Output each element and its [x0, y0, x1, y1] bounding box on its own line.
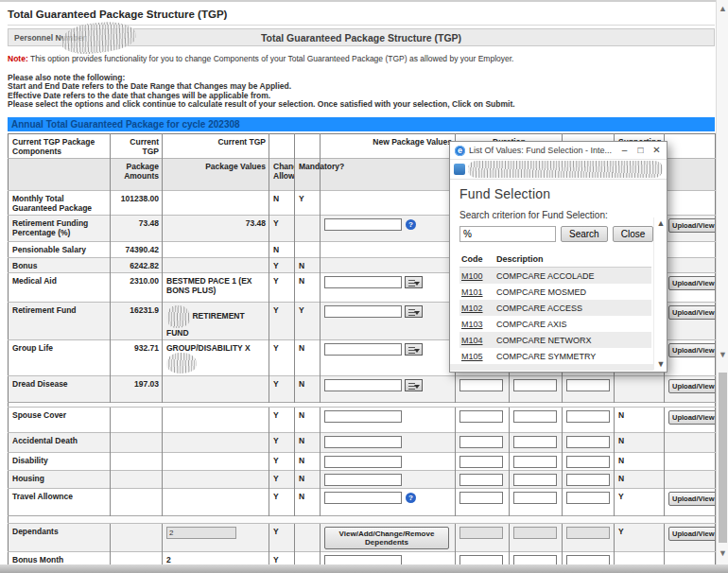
duration-date-input[interactable]: [513, 492, 557, 504]
mandatory-flag: N: [299, 276, 304, 286]
duration-date-input[interactable]: [513, 474, 557, 486]
new-package-value-input[interactable]: [324, 474, 402, 486]
value-list-picker-icon[interactable]: [405, 276, 423, 288]
mandatory-flag: N: [299, 492, 304, 501]
duration-date-input[interactable]: [459, 492, 503, 504]
popup-close-button[interactable]: Close: [613, 226, 654, 242]
popup-title-bar[interactable]: e List Of Values: Fund Selection - Inte.…: [450, 142, 667, 160]
duration-date-input[interactable]: [459, 410, 503, 423]
upload-view-button[interactable]: Upload/View: [668, 218, 716, 233]
duration-date-input[interactable]: [513, 410, 557, 423]
mandatory-flag: N: [299, 379, 304, 389]
duration-date-input[interactable]: [459, 474, 503, 486]
upload-view-button[interactable]: Upload/View: [668, 305, 716, 320]
duration-date-input[interactable]: [566, 436, 610, 448]
duration-date-input[interactable]: [513, 436, 557, 448]
popup-scrollbar[interactable]: ▲ ▼: [653, 217, 667, 370]
new-package-value-input[interactable]: [324, 492, 402, 504]
upload-view-button[interactable]: Upload/View: [668, 343, 716, 357]
dependants-manage-button[interactable]: View/Add/Change/Remove Dependents: [324, 527, 449, 549]
fund-selection-heading: Fund Selection: [459, 186, 651, 201]
new-package-value-input[interactable]: [324, 218, 402, 231]
new-package-value-input[interactable]: [324, 456, 402, 468]
close-icon[interactable]: ✕: [649, 142, 665, 159]
fund-search-input[interactable]: [459, 226, 556, 242]
duration-date-input[interactable]: [566, 527, 610, 539]
fund-selection-popup: e List Of Values: Fund Selection - Inte.…: [449, 141, 667, 373]
upload-view-button[interactable]: Upload/View: [668, 410, 716, 425]
scroll-down-icon[interactable]: ▼: [717, 548, 728, 558]
fund-code-link[interactable]: M104: [461, 336, 483, 345]
header-new-package-values: New Package Values: [321, 133, 456, 158]
table-row: DisabilityYNN: [9, 452, 716, 470]
duration-date-input[interactable]: [566, 492, 610, 504]
package-amount: 73.48: [139, 218, 159, 228]
changes-allowed-flag: Y: [273, 261, 279, 270]
package-amount: 6242.82: [130, 261, 159, 270]
new-package-value-input[interactable]: [324, 343, 402, 356]
help-icon[interactable]: ?: [406, 493, 416, 503]
component-name: Dread Disease: [12, 379, 68, 389]
header-package-values: Package Values: [163, 158, 269, 190]
fund-code-link[interactable]: M102: [461, 304, 483, 313]
duration-date-input[interactable]: [459, 456, 503, 468]
changes-allowed-flag: N: [273, 194, 279, 203]
maximize-icon[interactable]: □: [633, 142, 649, 159]
changes-allowed-flag: Y: [273, 492, 279, 501]
fund-code-link[interactable]: M103: [461, 320, 483, 329]
new-package-value-input[interactable]: [324, 410, 402, 423]
upload-view-button[interactable]: Upload/View: [668, 492, 716, 506]
fund-description: COMPCARE ACCESS: [496, 304, 582, 313]
fund-code-link[interactable]: M105: [461, 352, 483, 361]
new-package-value-input[interactable]: [324, 305, 402, 318]
scroll-mid-down-icon[interactable]: ▼: [717, 350, 728, 359]
value-list-picker-icon[interactable]: [405, 343, 423, 356]
duration-date-input[interactable]: [513, 527, 557, 539]
fund-code-link[interactable]: M100: [461, 271, 483, 281]
fund-description: COMPCARE AXIS: [496, 320, 567, 329]
package-value: 73.48: [246, 218, 266, 228]
value-list-picker-icon[interactable]: [405, 379, 423, 391]
component-name: Group Life: [12, 343, 53, 353]
supporting-required-flag: Y: [618, 492, 624, 501]
upload-view-button[interactable]: Upload/View: [668, 276, 716, 290]
duration-date-input[interactable]: [459, 527, 503, 539]
fund-description: COMPCARE SYMMETRY: [496, 352, 596, 361]
duration-date-input[interactable]: [513, 379, 557, 391]
fund-code-link[interactable]: M101: [461, 287, 483, 297]
help-icon[interactable]: ?: [406, 219, 416, 230]
table-row: Travel AllownceYN?YUpload/View: [9, 488, 716, 515]
duration-date-input[interactable]: [566, 456, 610, 468]
vertical-scrollbar[interactable]: ▲ ▼ ▼: [716, 0, 728, 564]
package-value: GROUP/DISABILITY X: [166, 343, 251, 353]
search-button[interactable]: Search: [561, 226, 608, 242]
value-list-picker-icon[interactable]: [405, 305, 423, 318]
note-prefix: Note:: [8, 54, 28, 63]
new-package-value-input[interactable]: [324, 436, 402, 448]
new-package-value-input[interactable]: [324, 379, 402, 391]
upload-view-button[interactable]: Upload/View: [668, 379, 716, 393]
upload-view-button[interactable]: Upload/View: [668, 527, 716, 541]
changes-allowed-flag: Y: [273, 474, 279, 483]
popup-scroll-down-icon[interactable]: ▼: [654, 359, 667, 369]
dependants-count-field[interactable]: [166, 527, 236, 539]
fund-list-table: Code Description M100COMPCARE ACCOLADEM1…: [459, 251, 651, 371]
duration-date-input[interactable]: [566, 410, 610, 423]
duration-date-input[interactable]: [513, 456, 557, 468]
supporting-required-flag: N: [618, 474, 624, 483]
scrollbar-thumb[interactable]: [719, 373, 727, 543]
package-value: BESTMED PACE 1 (EX BONS PLUS): [166, 276, 252, 295]
duration-date-input[interactable]: [566, 474, 610, 486]
popup-scroll-up-icon[interactable]: ▲: [654, 218, 667, 228]
component-name: Travel Allownce: [12, 492, 73, 501]
scroll-up-icon[interactable]: ▲: [717, 4, 728, 13]
duration-date-input[interactable]: [566, 379, 610, 391]
changes-allowed-flag: Y: [273, 436, 279, 445]
duration-date-input[interactable]: [459, 436, 503, 448]
changes-allowed-flag: Y: [273, 410, 279, 420]
minimize-icon[interactable]: –: [616, 142, 633, 159]
duration-date-input[interactable]: [459, 379, 503, 391]
new-package-value-input[interactable]: [324, 276, 402, 288]
changes-allowed-flag: Y: [273, 456, 279, 465]
popup-window-title: List Of Values: Fund Selection - Inte...: [469, 146, 616, 155]
